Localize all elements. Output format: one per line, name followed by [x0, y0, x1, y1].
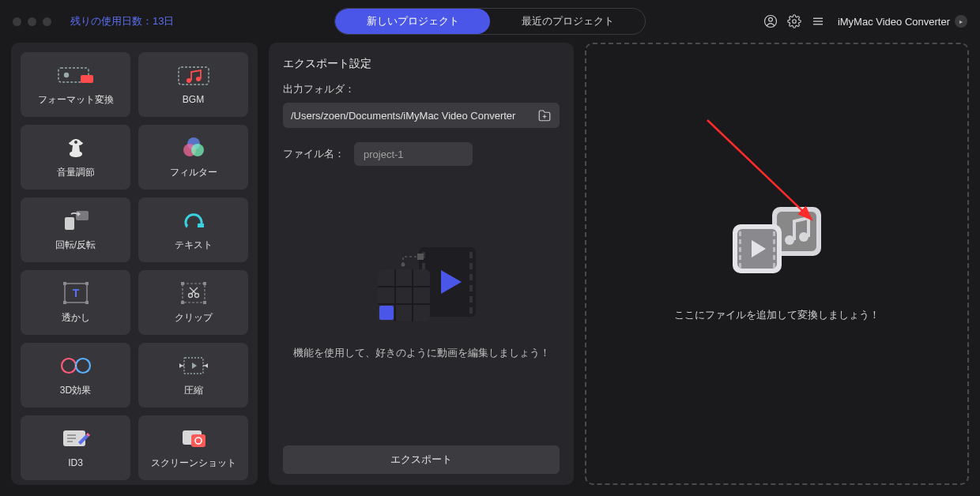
svg-text:T: T [72, 287, 79, 299]
tool-label: 音量調節 [57, 166, 95, 179]
menu-icon[interactable] [811, 14, 825, 28]
svg-rect-22 [63, 282, 66, 285]
tool-filter[interactable]: フィルター [138, 125, 248, 190]
svg-rect-29 [203, 282, 206, 285]
tool-id3[interactable]: ID3 [21, 415, 130, 480]
svg-rect-24 [63, 301, 66, 304]
watermark-icon: T [62, 281, 89, 305]
center-hint-text: 機能を使用して、好きのように動画を編集しましょう！ [293, 345, 550, 362]
svg-point-33 [194, 293, 198, 297]
filter-icon [181, 136, 206, 160]
svg-point-1 [769, 17, 773, 21]
svg-rect-9 [179, 67, 209, 85]
export-button[interactable]: エクスポート [283, 445, 560, 474]
svg-rect-28 [181, 282, 184, 285]
svg-rect-30 [181, 301, 184, 304]
tool-label: クリップ [175, 311, 213, 325]
svg-rect-63 [469, 296, 473, 302]
svg-rect-81 [739, 231, 741, 236]
svg-rect-8 [81, 75, 93, 83]
close-window[interactable] [13, 17, 21, 26]
svg-rect-70 [379, 306, 394, 320]
volume-icon [64, 136, 88, 160]
svg-point-7 [63, 72, 68, 77]
main-area: フォーマット変換 BGM 音量調節 フィルター [0, 43, 980, 496]
tool-compress[interactable]: 圧縮 [138, 343, 248, 408]
svg-rect-72 [417, 254, 424, 260]
text-icon [182, 209, 205, 232]
clip-icon [180, 281, 207, 305]
format-convert-icon [57, 63, 95, 87]
tool-label: フィルター [170, 166, 217, 179]
settings-icon[interactable] [787, 14, 801, 28]
topbar: 残りの使用日数：13日 新しいプロジェクト 最近のプロジェクト iMyMac V… [0, 0, 980, 43]
tool-screenshot[interactable]: スクリーンショット [138, 415, 248, 480]
svg-point-15 [191, 144, 204, 156]
browse-folder-icon[interactable] [537, 108, 552, 122]
svg-rect-59 [469, 252, 473, 258]
trial-days-remaining: 残りの使用日数：13日 [70, 14, 174, 28]
id3-icon [62, 427, 90, 451]
svg-rect-82 [739, 239, 741, 244]
tool-watermark[interactable]: T 透かし [21, 270, 130, 335]
svg-rect-20 [198, 224, 204, 227]
app-play-icon: ▸ [955, 15, 967, 28]
minimize-window[interactable] [28, 17, 36, 26]
tool-label: 回転/反転 [55, 239, 96, 252]
svg-point-37 [76, 359, 90, 373]
topbar-right: iMyMac Video Converter ▸ [763, 14, 967, 28]
svg-rect-88 [773, 247, 775, 252]
tool-format-convert[interactable]: フォーマット変換 [21, 52, 130, 117]
tool-bgm[interactable]: BGM [138, 52, 248, 117]
maximize-window[interactable] [43, 17, 51, 26]
svg-rect-62 [469, 285, 473, 291]
svg-point-2 [793, 20, 797, 24]
svg-rect-83 [739, 247, 741, 252]
tool-grid: フォーマット変換 BGM 音量調節 フィルター [21, 52, 248, 480]
filename-label: ファイル名： [283, 147, 345, 161]
app-title-text: iMyMac Video Converter [838, 16, 950, 28]
tool-label: 透かし [62, 311, 90, 325]
tab-new-project[interactable]: 新しいプロジェクト [335, 9, 490, 34]
svg-point-12 [74, 141, 77, 144]
svg-rect-85 [739, 263, 741, 268]
tool-label: フォーマット変換 [38, 93, 114, 107]
tools-sidebar: フォーマット変換 BGM 音量調節 フィルター [11, 43, 258, 485]
tool-text[interactable]: テキスト [138, 197, 248, 262]
svg-point-36 [62, 359, 76, 373]
tool-label: スクリーンショット [151, 457, 236, 470]
filename-row: ファイル名： [283, 142, 560, 166]
app-title: iMyMac Video Converter ▸ [838, 15, 967, 28]
compress-icon [178, 354, 209, 378]
svg-rect-90 [773, 263, 775, 268]
tab-recent-project[interactable]: 最近のプロジェクト [490, 9, 645, 34]
tool-3d[interactable]: 3D効果 [21, 343, 130, 408]
svg-rect-87 [773, 239, 775, 244]
svg-rect-84 [739, 255, 741, 260]
svg-rect-86 [773, 231, 775, 236]
svg-rect-64 [469, 307, 473, 314]
rotate-icon [62, 209, 89, 232]
svg-rect-25 [85, 301, 89, 304]
svg-rect-31 [203, 301, 206, 304]
svg-rect-54 [422, 263, 425, 269]
svg-rect-76 [777, 212, 816, 251]
file-dropzone[interactable]: ここにファイルを追加して変換しましょう！ [585, 43, 969, 485]
center-illustration: 機能を使用して、好きのように動画を編集しましょう！ [283, 166, 560, 438]
tool-label: ID3 [68, 457, 83, 468]
3d-icon [59, 354, 92, 378]
filename-input[interactable] [354, 142, 473, 166]
svg-rect-60 [469, 263, 473, 269]
tool-clip[interactable]: クリップ [138, 270, 248, 335]
dropzone-illustration-icon [729, 205, 824, 276]
user-icon[interactable] [763, 14, 778, 28]
window-controls [13, 17, 51, 26]
tool-label: BGM [183, 94, 204, 105]
tool-rotate-flip[interactable]: 回転/反転 [21, 197, 130, 262]
tool-volume[interactable]: 音量調節 [21, 125, 130, 190]
screenshot-icon [180, 426, 207, 450]
export-panel: エクスポート設定 出力フォルダ： /Users/zoen/Documents/i… [269, 43, 574, 485]
svg-marker-40 [192, 363, 197, 369]
tool-label: テキスト [175, 239, 213, 252]
edit-illustration-icon [362, 242, 481, 329]
